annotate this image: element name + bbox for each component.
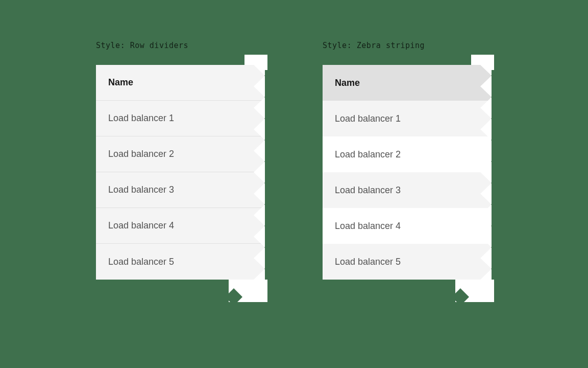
column-header-name: Name xyxy=(108,77,133,88)
table-header: Name xyxy=(323,65,491,101)
cell-name: Load balancer 2 xyxy=(335,149,401,160)
style-label-zebra: Style: Zebra striping xyxy=(323,41,425,50)
cell-name: Load balancer 3 xyxy=(108,185,174,195)
cell-name: Load balancer 4 xyxy=(108,220,174,231)
table-row: Load balancer 1 xyxy=(96,101,264,136)
cell-name: Load balancer 5 xyxy=(108,257,174,267)
data-table: Name Load balancer 1 Load balancer 2 Loa… xyxy=(323,65,491,280)
table-example-zebra: Name Load balancer 1 Load balancer 2 Loa… xyxy=(323,55,491,280)
table-row: Load balancer 5 xyxy=(96,244,264,280)
cell-name: Load balancer 2 xyxy=(108,149,174,159)
table-row: Load balancer 2 xyxy=(323,136,491,172)
cell-name: Load balancer 1 xyxy=(108,113,174,124)
column-header-name: Name xyxy=(335,78,360,88)
table-row: Load balancer 1 xyxy=(323,101,491,136)
table-row: Load balancer 3 xyxy=(323,172,491,208)
decoration xyxy=(455,280,494,302)
table-row: Load balancer 5 xyxy=(323,244,491,280)
cell-name: Load balancer 5 xyxy=(335,257,401,267)
style-label-dividers: Style: Row dividers xyxy=(96,41,188,50)
cell-name: Load balancer 4 xyxy=(335,221,401,232)
table-row: Load balancer 4 xyxy=(323,208,491,244)
data-table: Name Load balancer 1 Load balancer 2 Loa… xyxy=(96,65,264,280)
table-row: Load balancer 4 xyxy=(96,208,264,244)
decoration xyxy=(229,280,267,302)
table-example-dividers: Name Load balancer 1 Load balancer 2 Loa… xyxy=(96,55,264,280)
cell-name: Load balancer 3 xyxy=(335,185,401,196)
table-row: Load balancer 2 xyxy=(96,136,264,172)
table-row: Load balancer 3 xyxy=(96,172,264,208)
table-header: Name xyxy=(96,65,264,101)
cell-name: Load balancer 1 xyxy=(335,113,401,124)
